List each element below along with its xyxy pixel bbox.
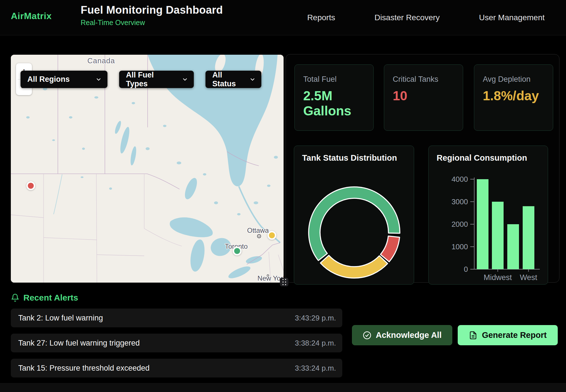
- stat-card-critical-tanks: Critical Tanks 10: [384, 64, 463, 131]
- map-marker-normal[interactable]: [233, 247, 242, 256]
- document-icon: [469, 331, 477, 340]
- regional-consumption-chart-card: Regional Consumption 01000200030004000Mi…: [428, 146, 548, 285]
- svg-text:2000: 2000: [451, 220, 468, 228]
- chevron-down-icon: [95, 76, 102, 83]
- alert-message: Tank 2: Low fuel warning: [18, 314, 103, 322]
- map-marker-warning[interactable]: [268, 231, 276, 240]
- stat-label: Avg Depletion: [483, 75, 544, 84]
- overview-panel: Total Fuel 2.5M Gallons Critical Tanks 1…: [286, 54, 559, 283]
- status-filter-value: All Status: [212, 71, 242, 88]
- stat-card-avg-depletion: Avg Depletion 1.8%/day: [474, 64, 553, 131]
- alert-message: Tank 27: Low fuel warning triggered: [18, 339, 140, 348]
- svg-text:4000: 4000: [451, 175, 468, 183]
- app-logo: AirMatrix: [11, 11, 52, 21]
- region-filter-value: All Regions: [27, 75, 70, 84]
- stat-label: Total Fuel: [303, 75, 365, 84]
- alert-timestamp: 3:43:29 p.m.: [295, 314, 336, 322]
- svg-text:West: West: [520, 273, 538, 282]
- alert-timestamp: 3:33:24 p.m.: [295, 364, 336, 373]
- map-marker-critical[interactable]: [27, 181, 35, 190]
- stat-label: Critical Tanks: [393, 75, 454, 84]
- nav-user-management[interactable]: User Management: [479, 13, 545, 22]
- fuel-type-filter-dropdown[interactable]: All Fuel Types: [119, 71, 194, 88]
- acknowledge-all-label: Acknowledge All: [376, 330, 442, 340]
- map-resize-handle[interactable]: [280, 278, 288, 286]
- alert-row[interactable]: Tank 15: Pressure threshold exceeded 3:3…: [11, 359, 342, 377]
- page-title: Fuel Monitoring Dashboard: [81, 4, 223, 16]
- alert-row[interactable]: Tank 2: Low fuel warning 3:43:29 p.m.: [11, 309, 342, 327]
- tank-status-donut-chart: [294, 146, 414, 285]
- alert-row[interactable]: Tank 27: Low fuel warning triggered 3:38…: [11, 334, 342, 352]
- chevron-down-icon: [182, 76, 188, 83]
- map-label-canada: Canada: [87, 56, 115, 65]
- map-filter-bar: All Regions All Fuel Types All Status: [21, 71, 261, 88]
- nav-reports[interactable]: Reports: [307, 13, 335, 22]
- app-header: AirMatrix Fuel Monitoring Dashboard Real…: [0, 0, 566, 35]
- fuel-type-filter-value: All Fuel Types: [126, 71, 174, 88]
- bell-icon: [11, 293, 19, 302]
- svg-text:3000: 3000: [451, 197, 468, 206]
- svg-text:1000: 1000: [451, 242, 468, 251]
- map-label-ottawa: Ottawa: [247, 226, 269, 234]
- acknowledge-all-button[interactable]: Acknowledge All: [352, 325, 452, 345]
- alert-message: Tank 15: Pressure threshold exceeded: [18, 364, 150, 373]
- title-block: Fuel Monitoring Dashboard Real-Time Over…: [81, 4, 223, 27]
- stat-value-critical-tanks: 10: [393, 88, 454, 103]
- stat-value-total-fuel: 2.5M Gallons: [303, 88, 365, 119]
- recent-alerts-heading: Recent Alerts: [11, 293, 78, 303]
- bottom-bar: [0, 383, 566, 392]
- generate-report-label: Generate Report: [482, 330, 547, 340]
- alert-timestamp: 3:38:24 p.m.: [295, 339, 336, 348]
- stat-value-avg-depletion: 1.8%/day: [483, 88, 544, 103]
- main-nav: Reports Disaster Recovery User Managemen…: [307, 0, 545, 35]
- svg-text:Midwest: Midwest: [484, 273, 512, 282]
- fuel-map[interactable]: Canada Ottawa Toronto New York + − All R…: [11, 55, 284, 283]
- stat-card-total-fuel: Total Fuel 2.5M Gallons: [294, 64, 374, 131]
- status-filter-dropdown[interactable]: All Status: [205, 71, 261, 88]
- svg-text:0: 0: [464, 265, 468, 273]
- tank-status-chart-card: Tank Status Distribution: [294, 146, 414, 285]
- regional-consumption-bar-chart: 01000200030004000MidwestWest: [429, 146, 548, 285]
- chevron-down-icon: [249, 76, 256, 83]
- check-circle-icon: [363, 331, 371, 340]
- nav-disaster-recovery[interactable]: Disaster Recovery: [374, 13, 440, 22]
- page-subtitle: Real-Time Overview: [81, 19, 223, 27]
- region-filter-dropdown[interactable]: All Regions: [21, 71, 107, 88]
- recent-alerts-title: Recent Alerts: [23, 293, 78, 303]
- generate-report-button[interactable]: Generate Report: [458, 325, 558, 345]
